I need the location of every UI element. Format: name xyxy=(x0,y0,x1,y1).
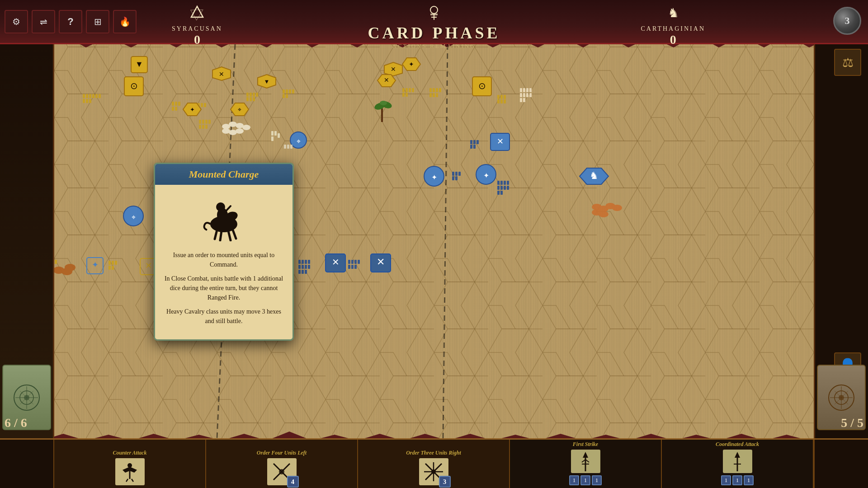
svg-rect-43 xyxy=(289,89,291,94)
svg-rect-35 xyxy=(250,93,252,97)
counter-attack-icon xyxy=(115,458,145,485)
svg-rect-165 xyxy=(208,120,211,124)
svg-rect-124 xyxy=(112,266,114,270)
svg-text:⌖: ⌖ xyxy=(297,137,301,145)
order-four-left-title: Order Four Units Left xyxy=(257,450,307,456)
svg-rect-40 xyxy=(253,97,255,101)
svg-rect-24 xyxy=(99,94,101,98)
svg-point-149 xyxy=(380,101,387,105)
mounted-charge-card[interactable]: Mounted Charge Issue an order to mounted… xyxy=(154,163,294,341)
phase-icon xyxy=(425,4,443,23)
network-icon: ⇌ xyxy=(40,16,47,27)
svg-rect-139 xyxy=(507,181,509,185)
syracusan-icon xyxy=(172,5,222,25)
svg-text:✕: ✕ xyxy=(384,77,389,84)
svg-rect-192 xyxy=(523,93,525,97)
svg-rect-57 xyxy=(500,99,503,103)
svg-rect-183 xyxy=(439,88,441,92)
scales-icon: ⚖ xyxy=(842,55,854,70)
svg-rect-94 xyxy=(308,265,310,269)
svg-line-213 xyxy=(220,231,222,240)
svg-text:✕: ✕ xyxy=(497,137,504,146)
svg-text:♞: ♞ xyxy=(667,6,679,20)
faction-right: ♞ CARTHAGINIAN 0 xyxy=(641,5,705,47)
svg-point-217 xyxy=(216,202,225,211)
map-icon: ⊞ xyxy=(94,16,102,27)
fire-button[interactable]: 🔥 xyxy=(113,10,137,33)
fire-icon: 🔥 xyxy=(119,16,131,27)
network-button[interactable]: ⇌ xyxy=(32,10,55,33)
counter-attack-card[interactable]: Counter Attack xyxy=(54,440,206,488)
svg-point-209 xyxy=(839,395,844,400)
map-button[interactable]: ⊞ xyxy=(86,10,109,33)
svg-rect-49 xyxy=(409,88,411,92)
first-strike-icon xyxy=(571,450,600,473)
svg-rect-82 xyxy=(271,136,274,141)
svg-rect-25 xyxy=(83,99,85,103)
svg-rect-30 xyxy=(201,103,203,107)
svg-text:▼: ▼ xyxy=(264,78,270,85)
svg-rect-101 xyxy=(358,260,360,264)
svg-rect-186 xyxy=(436,93,438,97)
svg-rect-78 xyxy=(455,176,458,180)
svg-rect-19 xyxy=(83,94,85,98)
svg-rect-89 xyxy=(305,260,307,264)
mounted-charge-illustration xyxy=(199,192,249,241)
settings-button[interactable]: ⚙ xyxy=(5,10,28,33)
carthaginian-score: 0 xyxy=(641,33,705,47)
svg-point-172 xyxy=(242,125,250,130)
svg-rect-191 xyxy=(520,93,522,97)
svg-rect-150 xyxy=(284,145,286,149)
svg-rect-138 xyxy=(504,181,506,185)
svg-rect-80 xyxy=(274,131,277,136)
card-popup-header: Mounted Charge xyxy=(155,164,292,185)
svg-rect-91 xyxy=(298,265,301,269)
svg-text:✕: ✕ xyxy=(145,261,152,270)
svg-rect-51 xyxy=(402,93,405,97)
svg-rect-20 xyxy=(86,94,88,98)
svg-rect-103 xyxy=(351,265,354,269)
svg-rect-23 xyxy=(95,94,98,98)
order-four-left-icon: 4 xyxy=(267,458,297,485)
svg-rect-81 xyxy=(278,133,280,138)
svg-rect-34 xyxy=(246,93,249,97)
svg-rect-95 xyxy=(298,270,301,274)
svg-rect-79 xyxy=(271,131,274,136)
svg-point-206 xyxy=(24,395,29,400)
actions-label: ACTIONS REMAINING xyxy=(392,42,476,50)
svg-rect-73 xyxy=(473,145,476,149)
svg-rect-56 xyxy=(497,99,500,103)
svg-rect-96 xyxy=(302,270,304,274)
svg-line-220 xyxy=(126,479,128,482)
svg-point-175 xyxy=(236,128,244,134)
svg-rect-162 xyxy=(199,120,201,124)
svg-rect-38 xyxy=(246,97,249,101)
order-four-left-card[interactable]: Order Four Units Left 4 xyxy=(206,440,358,488)
order-three-right-card[interactable]: Order Three Units Right 3 xyxy=(358,440,510,488)
first-strike-card[interactable]: First Strike 1 1 1 xyxy=(510,440,662,488)
coord-arrow-1: 1 xyxy=(721,475,731,485)
settings-icon: ⚙ xyxy=(12,16,20,27)
svg-rect-98 xyxy=(348,260,350,264)
svg-rect-93 xyxy=(305,265,307,269)
top-icons-group: ⚙ ⇌ ? ⊞ 🔥 xyxy=(0,10,137,33)
svg-rect-77 xyxy=(452,176,454,180)
svg-rect-88 xyxy=(302,260,304,264)
svg-rect-36 xyxy=(253,93,255,97)
card-popup-text-1: Issue an order to mounted units equal to… xyxy=(155,248,292,333)
coordinated-attack-card[interactable]: Coordinated Attack 1 1 1 xyxy=(662,440,814,488)
svg-point-199 xyxy=(430,6,438,14)
svg-text:✕: ✕ xyxy=(377,256,385,267)
coin-counter[interactable]: 3 xyxy=(833,7,861,35)
left-count-display: 6 / 6 xyxy=(5,416,27,430)
phase-display: CARD PHASE ACTIONS REMAINING xyxy=(321,0,547,51)
svg-rect-196 xyxy=(523,98,525,102)
svg-rect-102 xyxy=(348,265,350,269)
scales-icon-button[interactable]: ⚖ xyxy=(834,49,861,76)
svg-text:♞: ♞ xyxy=(590,170,599,181)
svg-rect-74 xyxy=(452,172,454,176)
svg-text:✦: ✦ xyxy=(483,172,489,179)
svg-line-212 xyxy=(215,230,217,239)
help-icon: ? xyxy=(67,16,73,28)
help-button[interactable]: ? xyxy=(59,10,82,33)
